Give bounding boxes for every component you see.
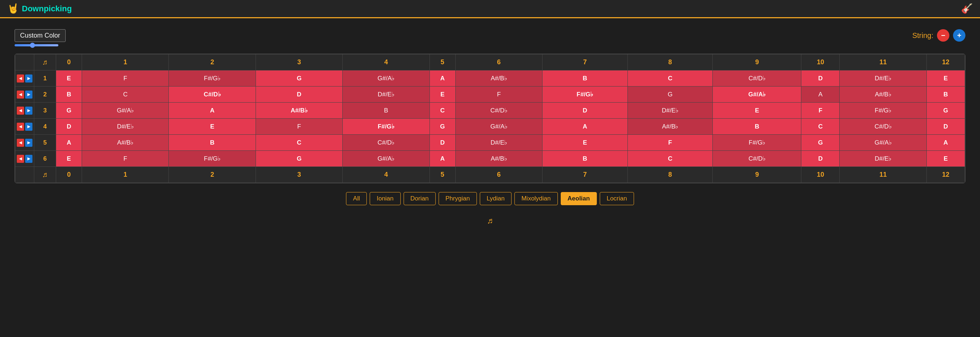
row-3-fret-7[interactable]: D (542, 102, 628, 119)
row-3-left-arrow[interactable]: ◀ (17, 107, 24, 115)
row-4-fret-1[interactable]: D#/E♭ (82, 119, 169, 135)
string-minus-button[interactable]: − (937, 29, 950, 42)
row-3-fret-12[interactable]: G (926, 102, 965, 119)
row-6-fret-4[interactable]: G#/A♭ (343, 151, 430, 167)
row-5-fret-5[interactable]: D (430, 135, 455, 151)
row-3-fret-6[interactable]: C#/D♭ (455, 102, 542, 119)
row-1-fret-10[interactable]: D (801, 70, 840, 86)
row-3-fret-2[interactable]: A (169, 102, 256, 119)
row-5-left-arrow[interactable]: ◀ (17, 139, 24, 147)
row-5-right-arrow[interactable]: ▶ (25, 139, 32, 147)
row-6-fret-8[interactable]: C (627, 151, 713, 167)
mode-btn-ionian[interactable]: Ionian (370, 192, 400, 205)
row-1-fret-3[interactable]: G (256, 70, 342, 86)
row-1-fret-11[interactable]: D#/E♭ (840, 70, 926, 86)
row-2-fret-3[interactable]: D (256, 86, 342, 102)
row-4-fret-3[interactable]: F (256, 119, 342, 135)
row-2-fret-5[interactable]: E (430, 86, 455, 102)
row-6-fret-11[interactable]: D#/E♭ (840, 151, 926, 167)
row-2-fret-9[interactable]: G#/A♭ (713, 86, 801, 102)
row-6-right-arrow[interactable]: ▶ (25, 155, 32, 163)
row-5-fret-10[interactable]: G (801, 135, 840, 151)
row-4-fret-9[interactable]: B (713, 119, 801, 135)
row-2-fret-12[interactable]: B (926, 86, 965, 102)
row-6-fret-3[interactable]: G (256, 151, 342, 167)
row-6-fret-10[interactable]: D (801, 151, 840, 167)
mode-btn-all[interactable]: All (346, 192, 367, 205)
row-6-fret-1[interactable]: F (82, 151, 169, 167)
string-plus-button[interactable]: + (953, 29, 966, 42)
row-6-fret-2[interactable]: F#/G♭ (169, 151, 256, 167)
row-5-fret-11[interactable]: G#/A♭ (840, 135, 926, 151)
row-1-fret-0[interactable]: E (56, 70, 82, 86)
row-5-fret-3[interactable]: C (256, 135, 342, 151)
row-1-fret-12[interactable]: E (926, 70, 965, 86)
row-4-fret-0[interactable]: D (56, 119, 82, 135)
mode-btn-phrygian[interactable]: Phrygian (439, 192, 477, 205)
row-1-fret-5[interactable]: A (430, 70, 455, 86)
row-5-fret-9[interactable]: F#/G♭ (713, 135, 801, 151)
row-2-fret-8[interactable]: G (627, 86, 713, 102)
row-4-fret-12[interactable]: D (926, 119, 965, 135)
row-1-left-arrow[interactable]: ◀ (17, 75, 24, 83)
row-4-fret-7[interactable]: A (542, 119, 628, 135)
row-4-right-arrow[interactable]: ▶ (25, 123, 32, 131)
row-3-right-arrow[interactable]: ▶ (25, 107, 32, 115)
row-6-fret-7[interactable]: B (542, 151, 628, 167)
row-1-fret-4[interactable]: G#/A♭ (343, 70, 430, 86)
row-4-fret-2[interactable]: E (169, 119, 256, 135)
row-4-fret-8[interactable]: A#/B♭ (627, 119, 713, 135)
row-5-fret-7[interactable]: E (542, 135, 628, 151)
row-6-fret-9[interactable]: C#/D♭ (713, 151, 801, 167)
row-1-fret-7[interactable]: B (542, 70, 628, 86)
mode-btn-dorian[interactable]: Dorian (404, 192, 436, 205)
row-2-fret-10[interactable]: A (801, 86, 840, 102)
row-4-fret-10[interactable]: C (801, 119, 840, 135)
row-5-fret-6[interactable]: D#/E♭ (455, 135, 542, 151)
row-2-fret-0[interactable]: B (56, 86, 82, 102)
row-4-fret-5[interactable]: G (430, 119, 455, 135)
row-1-fret-2[interactable]: F#/G♭ (169, 70, 256, 86)
row-5-fret-2[interactable]: B (169, 135, 256, 151)
mode-btn-mixolydian[interactable]: Mixolydian (514, 192, 557, 205)
row-2-left-arrow[interactable]: ◀ (17, 91, 24, 99)
row-6-left-arrow[interactable]: ◀ (17, 155, 24, 163)
row-2-fret-6[interactable]: F (455, 86, 542, 102)
row-3-fret-9[interactable]: E (713, 102, 801, 119)
row-2-fret-7[interactable]: F#/G♭ (542, 86, 628, 102)
row-2-fret-4[interactable]: D#/E♭ (343, 86, 430, 102)
row-3-fret-11[interactable]: F#/G♭ (840, 102, 926, 119)
row-4-fret-4[interactable]: F#/G♭ (343, 119, 430, 135)
custom-color-button[interactable]: Custom Color (14, 29, 65, 42)
row-1-right-arrow[interactable]: ▶ (25, 75, 32, 83)
row-2-fret-1[interactable]: C (82, 86, 169, 102)
row-4-left-arrow[interactable]: ◀ (17, 123, 24, 131)
mode-btn-locrian[interactable]: Locrian (600, 192, 634, 205)
row-2-fret-11[interactable]: A#/B♭ (840, 86, 926, 102)
row-6-fret-0[interactable]: E (56, 151, 82, 167)
row-6-fret-6[interactable]: A#/B♭ (455, 151, 542, 167)
mode-btn-aeolian[interactable]: Aeolian (561, 192, 597, 205)
row-3-fret-5[interactable]: C (430, 102, 455, 119)
row-3-fret-10[interactable]: F (801, 102, 840, 119)
mode-btn-lydian[interactable]: Lydian (480, 192, 512, 205)
row-1-fret-6[interactable]: A#/B♭ (455, 70, 542, 86)
row-5-fret-12[interactable]: A (926, 135, 965, 151)
color-slider[interactable] (14, 44, 58, 46)
row-4-fret-11[interactable]: C#/D♭ (840, 119, 926, 135)
row-1-fret-8[interactable]: C (627, 70, 713, 86)
row-1-fret-1[interactable]: F (82, 70, 169, 86)
row-2-fret-2[interactable]: C#/D♭ (169, 86, 256, 102)
row-3-fret-4[interactable]: B (343, 102, 430, 119)
row-5-fret-0[interactable]: A (56, 135, 82, 151)
row-6-fret-12[interactable]: E (926, 151, 965, 167)
row-2-right-arrow[interactable]: ▶ (25, 91, 32, 99)
row-3-fret-0[interactable]: G (56, 102, 82, 119)
row-5-fret-8[interactable]: F (627, 135, 713, 151)
row-5-fret-4[interactable]: C#/D♭ (343, 135, 430, 151)
row-3-fret-1[interactable]: G#/A♭ (82, 102, 169, 119)
row-6-fret-5[interactable]: A (430, 151, 455, 167)
row-5-fret-1[interactable]: A#/B♭ (82, 135, 169, 151)
row-3-fret-8[interactable]: D#/E♭ (627, 102, 713, 119)
row-1-fret-9[interactable]: C#/D♭ (713, 70, 801, 86)
